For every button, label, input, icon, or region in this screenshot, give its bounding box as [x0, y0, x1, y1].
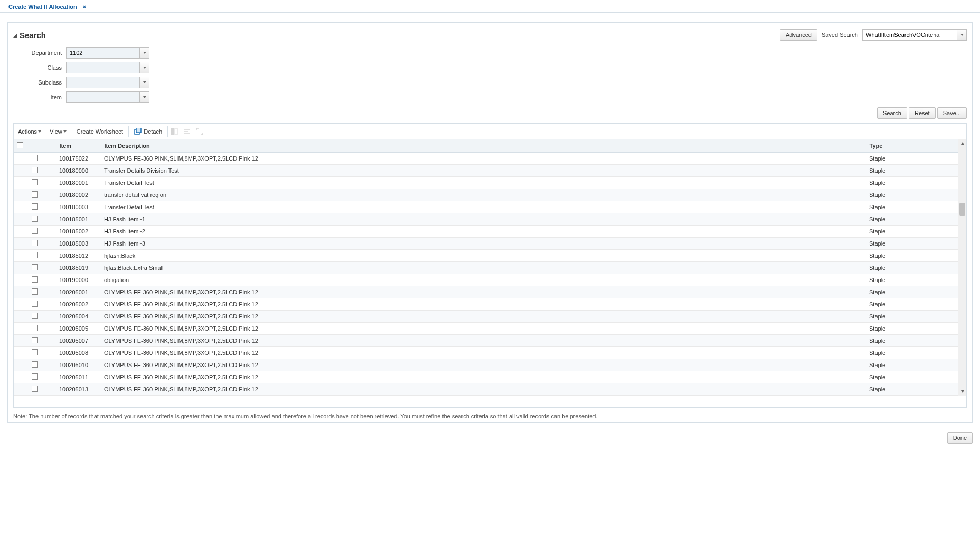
row-checkbox[interactable] [32, 240, 38, 246]
create-worksheet-button[interactable]: Create Worksheet [71, 124, 128, 139]
cell-desc: Transfer Detail Test [101, 177, 866, 189]
expand-icon[interactable] [193, 124, 206, 139]
row-checkbox[interactable] [32, 349, 38, 355]
close-icon[interactable]: × [83, 4, 86, 10]
save-button[interactable]: Save... [937, 107, 967, 119]
department-field[interactable] [66, 47, 149, 59]
row-checkbox[interactable] [32, 167, 38, 173]
vertical-scrollbar[interactable] [958, 139, 966, 396]
table-row[interactable]: 100205013OLYMPUS FE-360 PINK,SLIM,8MP,3X… [14, 383, 966, 396]
saved-search-input[interactable] [862, 29, 957, 41]
header-type[interactable]: Type [866, 139, 966, 153]
cell-type: Staple [866, 347, 966, 359]
row-checkbox[interactable] [32, 203, 38, 210]
subclass-input[interactable] [66, 77, 140, 88]
table-row[interactable]: 100180000Transfer Details Division TestS… [14, 165, 966, 177]
scroll-down-icon[interactable] [958, 387, 966, 396]
cell-type: Staple [866, 189, 966, 201]
advanced-button[interactable]: Advanced [780, 29, 817, 41]
department-input[interactable] [66, 47, 140, 59]
dropdown-icon[interactable] [140, 62, 149, 73]
table-row[interactable]: 100185003HJ Fash Item~3Staple [14, 238, 966, 250]
row-checkbox[interactable] [32, 313, 38, 319]
row-checkbox[interactable] [32, 216, 38, 222]
table-toolbar: Actions View Create Worksheet Detach [13, 123, 967, 139]
table-row[interactable]: 100185001HJ Fash Item~1Staple [14, 213, 966, 226]
table-row[interactable]: 100185002HJ Fash Item~2Staple [14, 226, 966, 238]
table-row[interactable]: 100185019hjfas:Black:Extra SmallStaple [14, 262, 966, 274]
cell-item: 100185003 [56, 238, 101, 250]
table-row[interactable]: 100180001Transfer Detail TestStaple [14, 177, 966, 189]
table-row[interactable]: 100205011OLYMPUS FE-360 PINK,SLIM,8MP,3X… [14, 371, 966, 383]
table-row[interactable]: 100175022OLYMPUS FE-360 PINK,SLIM,8MP,3X… [14, 153, 966, 165]
table-row[interactable]: 100205004OLYMPUS FE-360 PINK,SLIM,8MP,3X… [14, 311, 966, 323]
actions-menu[interactable]: Actions [14, 124, 45, 139]
table-row[interactable]: 100190000obligationStaple [14, 274, 966, 286]
row-checkbox[interactable] [32, 386, 38, 392]
dropdown-icon[interactable] [140, 91, 149, 103]
row-checkbox[interactable] [32, 191, 38, 198]
class-label: Class [13, 64, 66, 71]
detach-button[interactable]: Detach [129, 124, 167, 139]
row-checkbox[interactable] [32, 325, 38, 331]
cell-desc: OLYMPUS FE-360 PINK,SLIM,8MP,3XOPT,2.5LC… [101, 323, 866, 335]
row-checkbox[interactable] [32, 228, 38, 234]
search-title: ◢ Search [13, 31, 46, 40]
table-row[interactable]: 100180002transfer detail vat regionStapl… [14, 189, 966, 201]
table-row[interactable]: 100205008OLYMPUS FE-360 PINK,SLIM,8MP,3X… [14, 347, 966, 359]
item-input[interactable] [66, 91, 140, 103]
search-actions: Search Reset Save... [13, 107, 967, 119]
row-checkbox[interactable] [32, 288, 38, 295]
subclass-label: Subclass [13, 79, 66, 86]
tab-create-whatif[interactable]: Create What If Allocation × [4, 2, 90, 12]
cell-type: Staple [866, 359, 966, 371]
table-row[interactable]: 100205007OLYMPUS FE-360 PINK,SLIM,8MP,3X… [14, 335, 966, 347]
row-checkbox[interactable] [32, 264, 38, 270]
row-checkbox[interactable] [32, 276, 38, 283]
saved-search-select[interactable] [862, 29, 967, 41]
row-checkbox[interactable] [32, 179, 38, 185]
row-checkbox[interactable] [32, 361, 38, 368]
subclass-field[interactable] [66, 77, 149, 88]
scroll-thumb[interactable] [959, 203, 965, 216]
results-table: Item Item Description Type 100175022OLYM… [14, 139, 966, 396]
header-right: Advanced Saved Search [780, 29, 967, 41]
scroll-up-icon[interactable] [958, 139, 966, 148]
svg-rect-1 [136, 128, 141, 133]
reset-button[interactable]: Reset [909, 107, 936, 119]
select-all-checkbox[interactable] [17, 142, 23, 148]
cell-desc: hjfash:Black [101, 250, 866, 262]
table-row[interactable]: 100205002OLYMPUS FE-360 PINK,SLIM,8MP,3X… [14, 298, 966, 311]
class-input[interactable] [66, 62, 140, 73]
row-checkbox[interactable] [32, 155, 38, 161]
cell-item: 100180002 [56, 189, 101, 201]
view-menu[interactable]: View [45, 124, 71, 139]
saved-search-label: Saved Search [822, 32, 858, 38]
table-row[interactable]: 100205001OLYMPUS FE-360 PINK,SLIM,8MP,3X… [14, 286, 966, 298]
class-field[interactable] [66, 62, 149, 73]
row-checkbox[interactable] [32, 337, 38, 343]
search-button[interactable]: Search [877, 107, 907, 119]
dropdown-icon[interactable] [957, 29, 967, 41]
wrap-icon[interactable] [181, 124, 193, 139]
cell-item: 100205004 [56, 311, 101, 323]
header-desc[interactable]: Item Description [101, 139, 866, 153]
table-row[interactable]: 100180003Transfer Detail TestStaple [14, 201, 966, 213]
search-title-text: Search [20, 31, 46, 40]
table-row[interactable]: 100185012hjfash:BlackStaple [14, 250, 966, 262]
header-item[interactable]: Item [56, 139, 101, 153]
row-checkbox[interactable] [32, 373, 38, 380]
freeze-icon[interactable] [168, 124, 181, 139]
collapse-icon[interactable]: ◢ [13, 32, 17, 38]
cell-type: Staple [866, 262, 966, 274]
table-row[interactable]: 100205010OLYMPUS FE-360 PINK,SLIM,8MP,3X… [14, 359, 966, 371]
row-checkbox[interactable] [32, 252, 38, 258]
done-button[interactable]: Done [947, 432, 973, 444]
table-row[interactable]: 100205005OLYMPUS FE-360 PINK,SLIM,8MP,3X… [14, 323, 966, 335]
chevron-down-icon [63, 130, 67, 133]
dropdown-icon[interactable] [140, 77, 149, 88]
dropdown-icon[interactable] [140, 47, 149, 59]
row-checkbox[interactable] [32, 301, 38, 307]
item-field[interactable] [66, 91, 149, 103]
cell-desc: Transfer Detail Test [101, 201, 866, 213]
